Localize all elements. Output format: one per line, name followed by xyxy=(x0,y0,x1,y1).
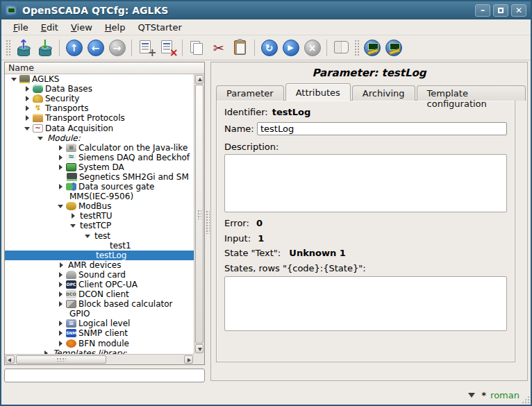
start-update-button[interactable]: ▶ xyxy=(280,37,301,58)
tree-item-data-sources-gate[interactable]: Data sources gate xyxy=(5,182,194,192)
tree-item-templates-library[interactable]: Templates library: xyxy=(5,348,194,354)
chevron-right-icon[interactable] xyxy=(56,319,65,328)
chevron-right-icon[interactable] xyxy=(56,289,65,299)
tree-item-label: testLog xyxy=(94,251,126,260)
chevron-down-icon[interactable] xyxy=(83,231,92,241)
tree-item-testrtu[interactable]: testRTU xyxy=(5,211,194,221)
tree-item-bfn-module[interactable]: BFN module xyxy=(5,339,194,348)
menu-help[interactable]: Help xyxy=(99,21,132,34)
chevron-right-icon[interactable] xyxy=(69,211,78,221)
tree-item-testtcp[interactable]: testTCP xyxy=(5,221,194,230)
load-from-db-button[interactable]: ↑ xyxy=(13,37,34,58)
tree-item-testlog[interactable]: testLog xyxy=(5,251,194,260)
chevron-down-icon[interactable] xyxy=(23,124,32,133)
toolbar-handle[interactable] xyxy=(6,40,10,56)
tree-item-siemens-daq-and-beckhof[interactable]: ≈Siemens DAQ and Beckhof xyxy=(5,153,194,162)
delete-item-button[interactable]: × xyxy=(157,37,178,58)
tab-archiving[interactable]: Archiving xyxy=(352,85,415,101)
tree-item-test1[interactable]: test1 xyxy=(5,241,194,251)
tree-search-input[interactable] xyxy=(4,369,205,382)
tree-item-system-da[interactable]: System DA xyxy=(5,162,194,172)
menu-qtstarter[interactable]: QTStarter xyxy=(131,21,188,34)
minimize-button[interactable]: – xyxy=(475,4,490,17)
chevron-right-icon[interactable] xyxy=(56,182,65,192)
chevron-right-icon[interactable] xyxy=(56,153,65,162)
vision-starter-button[interactable] xyxy=(383,37,404,58)
chevron-right-icon[interactable] xyxy=(23,103,32,113)
back-icon: ← xyxy=(87,39,105,57)
go-back-button[interactable]: ← xyxy=(85,37,106,58)
cut-item-button[interactable]: ✂ xyxy=(208,37,229,58)
tree-item-gpio[interactable]: GPIO xyxy=(5,309,194,319)
chevron-right-icon[interactable] xyxy=(23,84,32,94)
chevron-right-icon[interactable] xyxy=(42,348,51,354)
refresh-button[interactable]: ↻ xyxy=(258,37,280,58)
horizontal-scroll-thumb[interactable] xyxy=(16,355,106,364)
chevron-right-icon[interactable] xyxy=(57,260,66,270)
tree-item-calculator-on-the-java-like[interactable]: ≡Calculator on the Java-like xyxy=(5,143,194,153)
go-up-button[interactable]: ↑ xyxy=(63,37,85,58)
menu-edit[interactable]: Edit xyxy=(35,21,65,34)
menu-file[interactable]: File xyxy=(7,21,35,34)
chevron-down-icon[interactable] xyxy=(56,201,65,211)
tree-item-sound-card[interactable]: Sound card xyxy=(5,270,194,280)
manual-button[interactable] xyxy=(331,37,352,58)
tree-item-mms-iec-9506[interactable]: MMS(IEC-9506) xyxy=(5,192,194,201)
chevron-right-icon[interactable] xyxy=(56,339,65,348)
tree-item-label: Security xyxy=(43,94,79,103)
chevron-right-icon[interactable] xyxy=(56,299,65,309)
chevron-down-icon[interactable] xyxy=(69,221,78,230)
description-field[interactable] xyxy=(224,154,507,212)
tab-parameter[interactable]: Parameter xyxy=(216,85,284,101)
tree-item-client-opc-ua[interactable]: OPCClient OPC-UA xyxy=(5,280,194,289)
chevron-right-icon[interactable] xyxy=(56,280,65,289)
tab-template-configuration[interactable]: Template configuration xyxy=(417,85,526,101)
state-value: Unknown 1 xyxy=(289,248,345,258)
chevron-down-icon[interactable] xyxy=(36,133,45,143)
status-collapse-icon[interactable] xyxy=(468,393,475,401)
qtcfg-starter-button[interactable] xyxy=(361,37,383,58)
add-item-button[interactable]: + xyxy=(135,37,157,58)
chevron-right-icon[interactable] xyxy=(56,270,65,280)
toolbar-handle[interactable] xyxy=(354,40,359,56)
vertical-scroll-thumb[interactable] xyxy=(195,85,203,344)
chevron-right-icon[interactable] xyxy=(23,94,32,103)
tree-item-aglks[interactable]: AGLKS xyxy=(5,74,194,84)
chevron-right-icon[interactable] xyxy=(23,113,32,123)
close-button[interactable]: ✕ xyxy=(511,4,526,17)
scroll-up-icon[interactable] xyxy=(195,75,203,84)
panel-splitter[interactable] xyxy=(205,62,210,382)
states-field[interactable] xyxy=(224,276,507,331)
tree-item-data-acquisition[interactable]: ~Data Acquisition xyxy=(5,123,194,133)
menu-view[interactable]: View xyxy=(65,21,99,34)
tree-item-snmp-client[interactable]: SNMPSNMP client xyxy=(5,328,194,338)
scroll-down-icon[interactable] xyxy=(195,344,203,353)
resize-grip[interactable] xyxy=(522,396,529,403)
copy-item-button[interactable] xyxy=(186,37,208,58)
tree-horizontal-scrollbar[interactable] xyxy=(5,354,194,364)
tree-item-dcon-client[interactable]: DCONDCON client xyxy=(5,289,194,299)
scroll-left-icon[interactable] xyxy=(6,355,15,364)
tree-item-transport-protocols[interactable]: Transport Protocols xyxy=(5,113,194,123)
save-to-db-button[interactable]: ↓ xyxy=(34,37,56,58)
tree-item-transports[interactable]: ↯Transports xyxy=(5,103,194,113)
chevron-right-icon[interactable] xyxy=(56,328,65,338)
tree-item-block-based-calculator[interactable]: Block based calculator xyxy=(5,299,194,309)
tab-attributes[interactable]: Attributes xyxy=(285,83,351,101)
tree-item-amr-devices[interactable]: AMR devices xyxy=(5,260,194,270)
maximize-button[interactable] xyxy=(493,4,508,17)
tree-item-module[interactable]: Module: xyxy=(5,133,194,143)
chevron-right-icon[interactable] xyxy=(56,143,65,153)
tree-item-logical-level[interactable]: ≡Logical level xyxy=(5,319,194,328)
chevron-down-icon[interactable] xyxy=(10,74,19,84)
chevron-right-icon[interactable] xyxy=(56,162,65,172)
scroll-right-icon[interactable] xyxy=(184,355,193,364)
tree-item-security[interactable]: Security xyxy=(5,94,194,103)
name-field[interactable] xyxy=(257,122,507,135)
tree-item-data-bases[interactable]: Data Bases xyxy=(5,84,194,94)
paste-item-button[interactable] xyxy=(229,37,251,58)
tree-vertical-scrollbar[interactable] xyxy=(194,74,204,354)
tree-item-segnetics-smh2gi-and-sm[interactable]: Segnetics SMH2Gi and SM xyxy=(5,172,194,182)
tree-item-modbus[interactable]: ModBus xyxy=(5,201,194,211)
tree-item-test[interactable]: test xyxy=(5,231,194,241)
